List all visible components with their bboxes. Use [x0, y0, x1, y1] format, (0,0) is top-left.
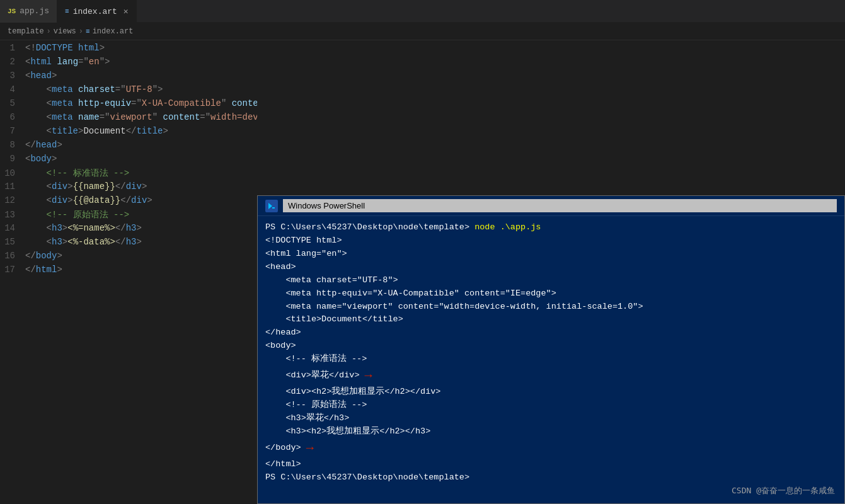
line-3: 3 <head> [0, 71, 257, 84]
line-17: 17 </html> [0, 265, 257, 278]
breadcrumb-file-icon: ≡ [86, 28, 90, 35]
svg-rect-1 [272, 207, 275, 209]
ps-app-icon [265, 200, 278, 212]
watermark: CSDN @奋奋一息的一条咸鱼 [732, 485, 835, 496]
ps-line-9: </head> [265, 326, 837, 340]
ps-line-11: <!-- 标准语法 --> [265, 353, 837, 366]
line-11: 11 <div>{{name}}</div> [0, 181, 257, 195]
breadcrumb-item-file: index.art [93, 27, 134, 36]
line-6: 6 <meta name="viewport" content="width=d… [0, 112, 257, 126]
ps-line-18: </html> [265, 458, 837, 471]
ps-body: PS C:\Users\45237\Desktop\node\template>… [258, 216, 844, 503]
ps-line-5: <meta charset="UTF-8"> [265, 274, 837, 287]
ps-line-15: <h3>翠花</h3> [265, 412, 837, 425]
svg-marker-0 [268, 203, 272, 209]
ps-line-4: <head> [265, 261, 837, 274]
file-icon: ≡ [65, 8, 69, 15]
line-8: 8 </head> [0, 140, 257, 154]
ps-line-13: <div><h2>我想加粗显示</h2></div> [265, 386, 837, 399]
ps-line-2: <!DOCTYPE html> [265, 234, 837, 248]
breadcrumb-sep-1: › [47, 27, 51, 36]
ps-line-10: <body> [265, 340, 837, 353]
ps-line-6: <meta http-equiv="X-UA-Compatible" conte… [265, 287, 837, 301]
line-13: 13 <!-- 原始语法 --> [0, 209, 257, 223]
ps-line-12: <div>翠花</div> → [265, 366, 837, 386]
breadcrumb-sep-2: › [79, 27, 83, 36]
line-5: 5 <meta http-equiv="X-UA-Compatible" con… [0, 98, 257, 112]
powershell-window[interactable]: Windows PowerShell PS C:\Users\45237\Des… [257, 195, 845, 504]
ps-line-7: <meta name="viewport" content="width=dev… [265, 301, 837, 314]
line-7: 7 <title>Document</title> [0, 126, 257, 140]
ps-line-3: <html lang="en"> [265, 248, 837, 261]
ps-line-16: <h3><h2>我想加粗显示</h2></h3> [265, 425, 837, 438]
js-icon: JS [8, 8, 16, 15]
tab-label: index.art [73, 7, 117, 16]
ps-line-1: PS C:\Users\45237\Desktop\node\template>… [265, 221, 837, 234]
ps-line-17: </body> → [265, 438, 837, 458]
line-12: 12 <div>{{@data}}</div> [0, 195, 257, 209]
ps-title: Windows PowerShell [283, 199, 837, 212]
tab-label: app.js [20, 6, 49, 16]
ps-line-8: <title>Document</title> [265, 313, 837, 326]
ps-titlebar: Windows PowerShell [258, 196, 844, 216]
line-1: 1 <!DOCTYPE html> [0, 43, 257, 57]
breadcrumb: template › views › ≡ index.art [0, 23, 845, 40]
line-10: 10 <!-- 标准语法 --> [0, 168, 257, 181]
line-2: 2 <html lang="en"> [0, 57, 257, 71]
line-15: 15 <h3><%-data%></h3> [0, 237, 257, 251]
tab-index-art[interactable]: ≡ index.art ✕ [57, 0, 137, 23]
line-9: 9 <body> [0, 154, 257, 168]
breadcrumb-item-views: views [54, 27, 76, 36]
ps-line-19: PS C:\Users\45237\Desktop\node\template> [265, 471, 837, 484]
line-16: 16 </body> [0, 251, 257, 265]
ps-line-14: <!-- 原始语法 --> [265, 399, 837, 412]
line-14: 14 <h3><%=name%></h3> [0, 223, 257, 237]
line-4: 4 <meta charset="UTF-8"> [0, 84, 257, 98]
breadcrumb-item-template: template [8, 27, 44, 36]
tab-close-button[interactable]: ✕ [124, 6, 129, 16]
tab-bar: JS app.js ≡ index.art ✕ [0, 0, 845, 23]
editor-pane[interactable]: 1 <!DOCTYPE html> 2 <html lang="en"> 3 <… [0, 40, 257, 503]
tab-app-js[interactable]: JS app.js [0, 0, 57, 23]
editor-wrapper: JS app.js ≡ index.art ✕ template › views… [0, 0, 845, 504]
